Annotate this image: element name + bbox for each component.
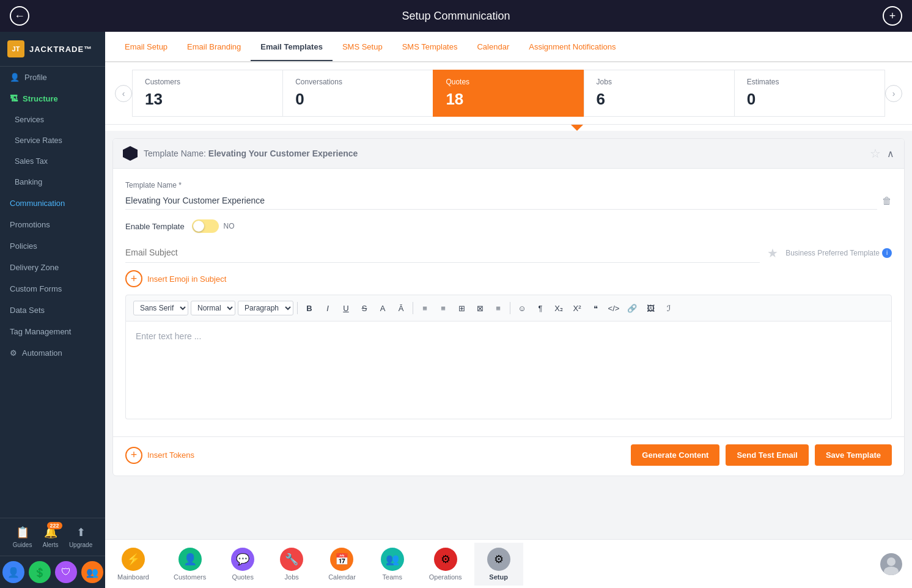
logo-icon: JT bbox=[7, 40, 24, 57]
sidebar-item-banking[interactable]: Banking bbox=[0, 172, 105, 193]
preferred-star-button[interactable]: ★ bbox=[767, 246, 778, 260]
clear-format-button[interactable]: ℐ bbox=[661, 300, 677, 316]
stat-card-jobs[interactable]: Jobs 6 bbox=[584, 70, 734, 117]
emoji-button[interactable]: ☺ bbox=[514, 300, 530, 316]
sidebar-item-structure[interactable]: 🏗 Structure bbox=[0, 88, 105, 109]
stat-card-customers[interactable]: Customers 13 bbox=[132, 70, 282, 117]
insert-emoji-button[interactable]: + bbox=[125, 270, 142, 287]
stat-card-conversations[interactable]: Conversations 0 bbox=[282, 70, 433, 117]
tab-calendar[interactable]: Calendar bbox=[467, 34, 519, 61]
dock-icon-group[interactable]: 👥 bbox=[81, 561, 103, 583]
sidebar-item-label: Automation bbox=[22, 348, 62, 358]
tab-email-branding[interactable]: Email Branding bbox=[177, 34, 251, 61]
sidebar-item-service-rates[interactable]: Service Rates bbox=[0, 130, 105, 151]
nav-operations[interactable]: ⚙ Operations bbox=[417, 543, 474, 586]
add-button[interactable]: + bbox=[883, 6, 902, 26]
sidebar-guides[interactable]: 📋 Guides bbox=[13, 526, 32, 548]
email-subject-input[interactable] bbox=[125, 243, 760, 263]
nav-calendar[interactable]: 📅 Calendar bbox=[316, 543, 368, 586]
tabs-bar: Email Setup Email Branding Email Templat… bbox=[105, 32, 912, 62]
tab-email-setup[interactable]: Email Setup bbox=[115, 34, 177, 61]
send-test-email-button[interactable]: Send Test Email bbox=[726, 444, 808, 466]
text-highlight-button[interactable]: Ā bbox=[393, 300, 409, 316]
outdent-button[interactable]: ⊠ bbox=[472, 300, 488, 316]
back-button[interactable]: ← bbox=[10, 6, 29, 26]
enable-toggle[interactable] bbox=[192, 219, 219, 233]
text-color-button[interactable]: A bbox=[375, 300, 391, 316]
template-star-button[interactable]: ☆ bbox=[870, 146, 881, 161]
ordered-list-button[interactable]: ≡ bbox=[417, 300, 433, 316]
dock-icon-dollar[interactable]: 💲 bbox=[29, 561, 51, 583]
paragraph-mark-button[interactable]: ¶ bbox=[532, 300, 548, 316]
sidebar-item-promotions[interactable]: Promotions bbox=[0, 214, 105, 235]
sidebar-item-sales-tax[interactable]: Sales Tax bbox=[0, 151, 105, 172]
stat-card-quotes-label: Quotes bbox=[446, 78, 571, 86]
unordered-list-button[interactable]: ≡ bbox=[435, 300, 451, 316]
blockquote-button[interactable]: ❝ bbox=[587, 300, 603, 316]
sidebar-item-label: Promotions bbox=[10, 220, 50, 229]
paragraph-select[interactable]: Paragraph bbox=[238, 301, 293, 315]
info-icon: i bbox=[882, 248, 892, 258]
sidebar-item-policies[interactable]: Policies bbox=[0, 235, 105, 257]
stat-card-estimates[interactable]: Estimates 0 bbox=[734, 70, 885, 117]
insert-tokens-label[interactable]: Insert Tokens bbox=[147, 450, 194, 460]
sidebar-item-delivery-zone[interactable]: Delivery Zone bbox=[0, 257, 105, 278]
cards-prev-button[interactable]: ‹ bbox=[115, 85, 132, 102]
sidebar-item-communication[interactable]: Communication bbox=[0, 193, 105, 214]
nav-customers[interactable]: 👤 Customers bbox=[161, 543, 218, 586]
tab-sms-templates[interactable]: SMS Templates bbox=[392, 34, 468, 61]
email-body-editor[interactable]: Enter text here ... bbox=[125, 322, 892, 419]
link-button[interactable]: 🔗 bbox=[624, 300, 640, 316]
sidebar-item-profile[interactable]: 👤 Profile bbox=[0, 67, 105, 88]
active-card-indicator bbox=[105, 125, 912, 131]
delete-template-button[interactable]: 🗑 bbox=[882, 196, 892, 207]
sidebar-item-services[interactable]: Services bbox=[0, 109, 105, 130]
tab-assignment-notifications[interactable]: Assignment Notifications bbox=[519, 34, 625, 61]
sidebar-alerts[interactable]: 🔔 222 Alerts bbox=[43, 526, 59, 548]
insert-emoji-label: Insert Emoji in Subject bbox=[147, 274, 226, 284]
stat-card-quotes[interactable]: Quotes 18 bbox=[433, 70, 583, 117]
bold-button[interactable]: B bbox=[301, 300, 317, 316]
italic-button[interactable]: I bbox=[320, 300, 336, 316]
align-button[interactable]: ≡ bbox=[490, 300, 506, 316]
sidebar-item-label: Policies bbox=[10, 241, 37, 251]
nav-quotes[interactable]: 💬 Quotes bbox=[218, 543, 267, 586]
preferred-template-label: Business Preferred Template i bbox=[785, 248, 892, 258]
strikethrough-button[interactable]: S bbox=[356, 300, 372, 316]
guides-label: Guides bbox=[13, 542, 32, 548]
cards-next-button[interactable]: › bbox=[885, 85, 902, 102]
nav-teams[interactable]: 👥 Teams bbox=[368, 543, 417, 586]
template-header: Template Name: Elevating Your Customer E… bbox=[113, 139, 904, 169]
dock-icon-shield[interactable]: 🛡 bbox=[55, 561, 77, 583]
template-collapse-button[interactable]: ∧ bbox=[887, 148, 894, 160]
subscript-button[interactable]: X₂ bbox=[551, 300, 567, 316]
nav-mainboard[interactable]: ⚡ Mainboard bbox=[105, 543, 161, 586]
bottom-action-row: + Insert Tokens Generate Content Send Te… bbox=[113, 436, 904, 476]
image-button[interactable]: 🖼 bbox=[642, 300, 658, 316]
generate-content-button[interactable]: Generate Content bbox=[631, 444, 719, 466]
tab-email-templates[interactable]: Email Templates bbox=[251, 34, 333, 61]
nav-jobs[interactable]: 🔧 Jobs bbox=[267, 543, 316, 586]
font-size-select[interactable]: Normal bbox=[191, 301, 235, 315]
sidebar-item-tag-management[interactable]: Tag Management bbox=[0, 321, 105, 342]
code-button[interactable]: </> bbox=[606, 300, 622, 316]
dock-icon-user[interactable]: 👤 bbox=[2, 561, 24, 583]
template-name-input[interactable] bbox=[125, 192, 877, 210]
tab-sms-setup[interactable]: SMS Setup bbox=[333, 34, 392, 61]
main-layout: JT JACKTRADE™ 👤 Profile 🏗 Structure Serv… bbox=[0, 32, 912, 588]
save-template-button[interactable]: Save Template bbox=[815, 444, 892, 466]
font-family-select[interactable]: Sans Serif bbox=[133, 301, 188, 315]
teams-icon: 👥 bbox=[381, 548, 404, 571]
indent-button[interactable]: ⊞ bbox=[454, 300, 469, 316]
sidebar-item-data-sets[interactable]: Data Sets bbox=[0, 300, 105, 321]
superscript-button[interactable]: X² bbox=[569, 300, 585, 316]
nav-setup[interactable]: ⚙ Setup bbox=[474, 543, 523, 586]
sidebar-item-custom-forms[interactable]: Custom Forms bbox=[0, 278, 105, 300]
underline-button[interactable]: U bbox=[338, 300, 354, 316]
insert-tokens-button[interactable]: + bbox=[125, 447, 142, 464]
page-title: Setup Communication bbox=[402, 10, 510, 23]
sidebar-item-automation[interactable]: ⚙ Automation bbox=[0, 342, 105, 364]
enable-template-row: Enable Template NO bbox=[125, 219, 892, 233]
nav-teams-label: Teams bbox=[383, 573, 402, 581]
sidebar-upgrade[interactable]: ⬆ Upgrade bbox=[69, 526, 92, 548]
